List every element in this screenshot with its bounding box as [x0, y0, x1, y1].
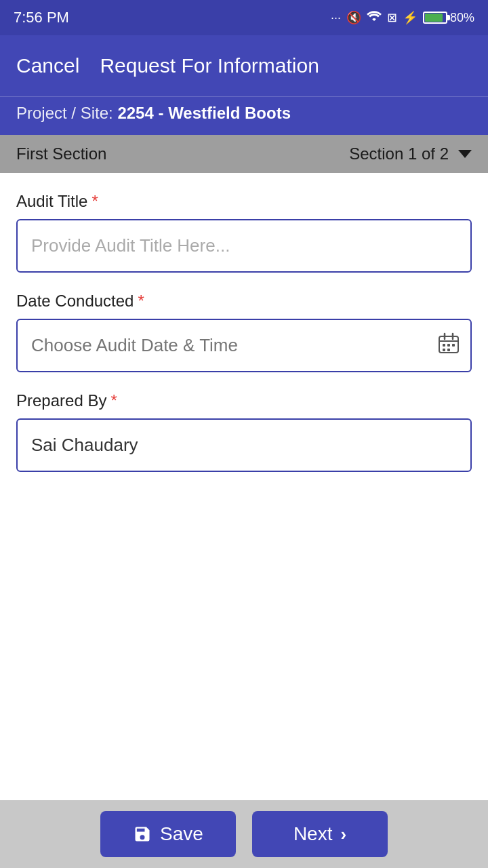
- chevron-right-icon: ›: [340, 824, 346, 845]
- section-bar: First Section Section 1 of 2: [0, 135, 488, 173]
- project-bar: Project / Site: 2254 - Westfield Boots: [0, 96, 488, 135]
- page-title: Request For Information: [100, 54, 319, 77]
- required-star-date: *: [138, 292, 144, 311]
- form-area: Audit Title * Date Conducted *: [0, 173, 488, 800]
- prepared-by-label: Prepared By *: [16, 391, 472, 410]
- prepared-by-group: Prepared By *: [16, 391, 472, 472]
- audit-title-group: Audit Title *: [16, 192, 472, 273]
- section-name: First Section: [16, 144, 106, 163]
- status-icons: ··· 🔇 ⊠ ⚡ 80%: [331, 10, 474, 26]
- date-input-wrapper[interactable]: [16, 319, 472, 372]
- required-star-audit: *: [92, 192, 98, 211]
- required-star-prepared: *: [110, 391, 117, 410]
- status-bar: 7:56 PM ··· 🔇 ⊠ ⚡ 80%: [0, 0, 488, 35]
- sim-icon: ⊠: [387, 10, 397, 25]
- mute-icon: 🔇: [346, 10, 361, 25]
- battery-percent: 80%: [450, 11, 474, 25]
- audit-title-input[interactable]: [16, 219, 472, 273]
- save-icon: [133, 825, 152, 844]
- audit-title-label: Audit Title *: [16, 192, 472, 211]
- more-icon: ···: [331, 11, 341, 25]
- section-nav-label: Section 1 of 2: [349, 144, 449, 163]
- wifi-icon: [367, 10, 382, 26]
- cancel-button[interactable]: Cancel: [16, 54, 79, 77]
- chevron-down-icon: [458, 150, 472, 158]
- battery-indicator: 80%: [423, 11, 474, 25]
- date-conducted-group: Date Conducted *: [16, 292, 472, 372]
- section-nav[interactable]: Section 1 of 2: [349, 144, 472, 163]
- save-button[interactable]: Save: [100, 811, 236, 857]
- bolt-icon: ⚡: [403, 10, 418, 25]
- date-conducted-label: Date Conducted *: [16, 292, 472, 311]
- app-header: Cancel Request For Information: [0, 35, 488, 96]
- project-label: Project / Site:: [16, 104, 113, 122]
- status-time: 7:56 PM: [14, 9, 69, 26]
- next-button[interactable]: Next ›: [252, 811, 388, 857]
- project-value: 2254 - Westfield Boots: [117, 104, 291, 122]
- bottom-bar: Save Next ›: [0, 800, 488, 868]
- prepared-by-input[interactable]: [16, 418, 472, 472]
- date-input[interactable]: [16, 319, 472, 372]
